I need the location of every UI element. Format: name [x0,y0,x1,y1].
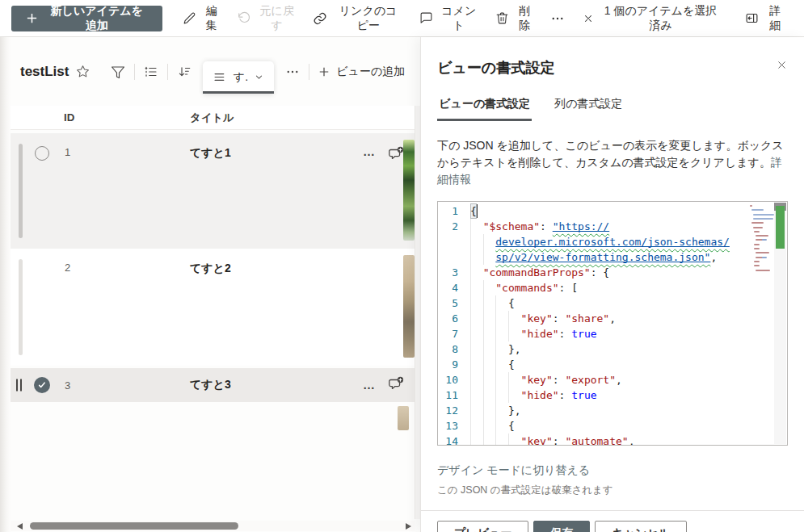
minimap-mark [753,227,763,228]
cell-title[interactable]: てすと2 [183,249,345,366]
minimap-mark [756,257,767,258]
cell-title[interactable]: てすと1 [183,133,345,249]
table-row[interactable]: 2てすと2 [11,249,415,366]
command-label: コメント [440,4,478,33]
add-comment-icon[interactable] [388,146,404,164]
close-icon[interactable] [770,53,793,76]
view-more-icon[interactable] [279,58,306,86]
code-line: 12}, [438,403,748,418]
minimap-mark [751,222,764,224]
json-editor[interactable]: 1{2"$schema": "https://developer.microso… [437,201,788,446]
command-more-button[interactable] [541,1,574,36]
drag-handle-icon[interactable] [16,379,22,392]
close-icon [583,13,594,24]
minimap-mark [756,239,767,241]
minimap-mark [756,270,770,271]
row-accent-bar [19,144,23,238]
minimap-mark [753,214,774,216]
command-label: リンクのコピー [335,4,401,33]
cell-id: 3 [56,379,183,392]
view-selector[interactable]: す. [203,61,274,94]
minimap-mark [756,235,768,237]
editor-scrollbar[interactable] [774,203,786,444]
tab-view-formatting[interactable]: ビューの書式設定 [437,95,532,121]
list-pane: testList す. [0,37,420,532]
row-more-icon[interactable]: … [363,146,376,157]
vertical-scrollbar[interactable] [415,106,420,519]
divider [309,64,309,80]
hamburger-icon [213,70,227,84]
row-select-cell [28,133,56,249]
add-comment-icon[interactable] [388,376,404,394]
editor-minimap[interactable] [749,203,773,444]
sort-icon[interactable] [170,58,198,86]
panel-description: 下の JSON を追加して、このビューの表示を変更します。ボックスからテキストを… [437,137,788,188]
selection-group: 1 個のアイテムを選択済み 詳細 [574,1,793,36]
code-line: 6"key": "share", [438,311,748,326]
details-button[interactable]: 詳細 [736,1,793,36]
plus-icon [318,66,330,77]
minimap-mark [754,244,760,245]
cell-title[interactable]: てすと3 [183,378,345,392]
row-handle-cell [11,133,28,249]
row-actions: … [345,376,415,394]
add-item-button[interactable]: 新しいアイテムを追加 [11,6,162,31]
minimap-mark [754,265,759,266]
command-undo-button[interactable]: 元に戻す [229,1,304,36]
code-line: sp/v2/view-formatting.schema.json", [438,249,748,265]
format-panel: ビューの書式設定 ビューの書式設定 列の書式設定 下の JSON を追加して、こ… [420,37,804,532]
scrollbar-thumb[interactable] [30,522,238,530]
scroll-left-icon[interactable] [17,523,23,530]
cancel-button[interactable]: キャンセル [595,521,687,532]
favorite-star-icon[interactable] [76,65,90,78]
code-line: 3"commandBarProps": { [438,265,748,280]
comment-icon [419,11,433,25]
filter-icon[interactable] [104,58,132,86]
command-pencil-button[interactable]: 編集 [174,1,229,36]
minimap-mark [750,205,752,207]
plus-icon [26,12,38,24]
pencil-icon [183,11,196,25]
table-row[interactable]: 3てすと3… [11,368,415,402]
code-line: 14"key": "automate", [438,434,748,445]
clear-selection-button[interactable]: 1 個のアイテムを選択済み [574,1,728,36]
code-line: 1{ [438,203,748,219]
save-button[interactable]: 保存 [533,521,590,532]
command-trash-button[interactable]: 削除 [486,1,542,36]
preview-button[interactable]: プレビュー [437,521,528,532]
row-handle-cell [11,249,28,366]
row-more-icon[interactable]: … [363,379,376,391]
command-label: 編集 [204,4,221,33]
column-header-title[interactable]: タイトル [183,111,345,125]
column-header-id[interactable]: ID [56,111,183,124]
divider [134,64,135,80]
list-header: testList す. [11,37,415,106]
chevron-down-icon [255,73,263,82]
switch-design-mode-link[interactable]: デザイン モードに切り替える [437,463,590,478]
command-link-button[interactable]: リンクのコピー [304,1,410,36]
code-line: 9{ [438,357,748,372]
scroll-right-icon[interactable] [406,523,411,530]
design-mode-note: この JSON の書式設定は破棄されます [437,484,788,497]
command-label: 削除 [516,4,533,33]
details-pane-icon [745,11,759,25]
horizontal-scrollbar [11,521,415,531]
table-row[interactable]: 1てすと1… [11,133,415,249]
minimap-mark [753,218,773,220]
row-checkbox[interactable] [35,146,49,161]
row-checkbox-checked[interactable] [34,377,50,393]
divider [421,510,804,511]
code-line: 11"hide": true [438,387,748,403]
divider [167,64,168,80]
row-accent-bar [19,259,23,355]
minimap-mark [754,231,759,232]
details-label: 詳細 [767,4,784,33]
command-comment-button[interactable]: コメント [410,1,486,36]
code-line: 8}, [438,341,748,357]
add-view-button[interactable]: ビューの追加 [312,58,411,86]
row-image [403,255,415,358]
tab-column-formatting[interactable]: 列の書式設定 [553,95,624,121]
outline-list-icon[interactable] [137,58,165,86]
minimap-mark [756,252,768,253]
code-line: 10"key": "export", [438,372,748,387]
